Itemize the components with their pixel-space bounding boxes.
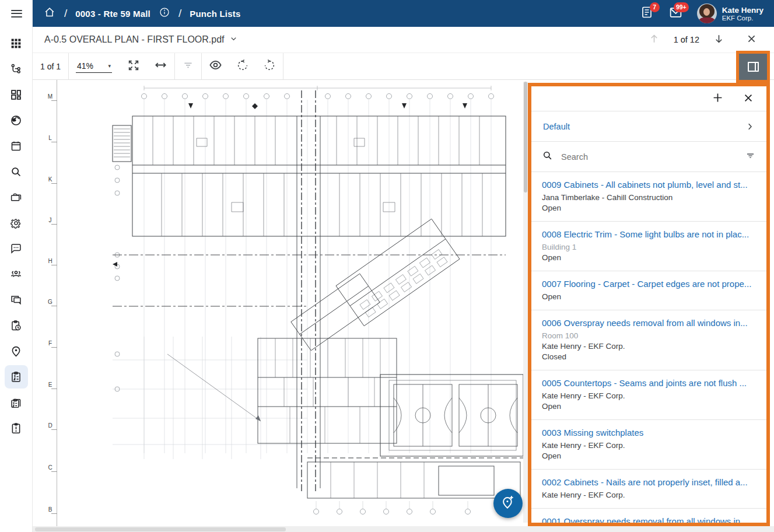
punch-item-title: 0001 Overspray needs removal from all wi…	[542, 516, 756, 526]
hamburger-menu-button[interactable]	[0, 0, 33, 27]
forum-icon	[10, 294, 22, 306]
filter-icon[interactable]	[745, 150, 756, 163]
punch-item-assignee: Jana Timberlake - Cahill Construction	[542, 192, 756, 203]
previous-document-button[interactable]	[646, 31, 662, 48]
sidebar-item-workflow[interactable]	[5, 57, 28, 80]
close-icon	[743, 93, 754, 105]
view-selector-default[interactable]: Default	[531, 111, 766, 141]
sidebar-item-apps[interactable]	[5, 32, 28, 55]
sidebar-item-schedule[interactable]	[5, 314, 28, 337]
search-icon	[10, 166, 22, 178]
sidebar-item-comments[interactable]	[5, 237, 28, 260]
rotate-clockwise-button[interactable]	[256, 59, 283, 74]
sidebar-item-documents[interactable]	[5, 186, 28, 209]
punch-item-0001[interactable]: 0001 Overspray needs removal from all wi…	[531, 509, 766, 526]
floor-plan-drawing	[57, 80, 523, 525]
grid-row-label: G	[45, 299, 55, 305]
apps-grid-icon	[10, 37, 22, 50]
punch-item-0002[interactable]: 0002 Cabinets - Nails are not properly i…	[531, 470, 766, 509]
vertical-scrollbar-thumb[interactable]	[524, 82, 527, 192]
top-navigation-bar: / 0003 - Rte 59 Mall / Punch Lists 7 99+…	[33, 0, 774, 27]
mail-notifications-button[interactable]: 99+	[664, 2, 688, 25]
grid-row-label: D	[45, 422, 55, 429]
punch-item-0008[interactable]: 0008 Electric Trim - Some light bulbs ar…	[531, 222, 766, 271]
location-pin-icon	[10, 345, 22, 358]
breadcrumb-project[interactable]: 0003 - Rte 59 Mall	[75, 9, 150, 19]
punch-list-panel: Default 0009 Cabinets - All cabinets not…	[528, 83, 770, 526]
punch-item-status: Open	[542, 451, 756, 461]
calendar-icon	[10, 140, 22, 152]
add-punch-item-button[interactable]	[710, 90, 726, 107]
sidebar-item-punch-lists[interactable]	[5, 365, 28, 388]
add-punch-pin-fab[interactable]	[493, 489, 523, 518]
punch-item-title: 0003 Missing switchplates	[542, 427, 756, 439]
punch-item-0006[interactable]: 0006 Overspray needs removal from all wi…	[531, 310, 766, 370]
sidebar-item-web[interactable]	[5, 108, 28, 132]
fit-screen-button[interactable]	[120, 59, 147, 74]
user-name: Kate Henry	[722, 6, 764, 15]
mail-badge: 99+	[674, 2, 689, 12]
filter-markups-button[interactable]	[175, 59, 201, 74]
close-document-button[interactable]	[744, 32, 759, 48]
view-selector-label: Default	[543, 122, 570, 131]
arrow-up-icon	[649, 33, 660, 46]
sidebar-item-dashboard[interactable]	[5, 83, 28, 106]
project-info-button[interactable]	[159, 6, 170, 20]
fit-width-button[interactable]	[147, 58, 174, 74]
punch-item-0005[interactable]: 0005 Countertops - Seams and joints are …	[531, 370, 766, 420]
punch-item-assignee: Kate Henry - EKF Corp.	[542, 391, 756, 401]
punch-item-0007[interactable]: 0007 Flooring - Carpet - Carpet edges ar…	[531, 271, 766, 310]
next-document-button[interactable]	[711, 31, 727, 48]
hamburger-icon	[11, 8, 22, 19]
home-button[interactable]	[43, 6, 56, 21]
grid-row-label: L	[45, 135, 55, 141]
globe-icon	[10, 114, 22, 127]
rotate-counterclockwise-button[interactable]	[229, 59, 256, 74]
horizontal-scrollbar-thumb[interactable]	[35, 527, 286, 531]
sidebar-item-locations[interactable]	[5, 340, 28, 363]
horizontal-scrollbar[interactable]	[33, 526, 774, 532]
sidebar-item-forum[interactable]	[5, 288, 28, 312]
toggle-panel-button[interactable]	[739, 54, 767, 80]
grid-row-label: F	[45, 340, 55, 346]
home-icon	[43, 6, 56, 21]
punch-item-0009[interactable]: 0009 Cabinets - All cabinets not plumb, …	[531, 172, 766, 222]
plus-icon	[712, 92, 723, 105]
tasks-notifications-button[interactable]: 7	[635, 2, 659, 25]
punch-item-0003[interactable]: 0003 Missing switchplates Kate Henry - E…	[531, 420, 766, 470]
close-panel-button[interactable]	[741, 90, 756, 107]
search-input[interactable]	[560, 152, 738, 162]
punch-item-status: Closed	[542, 352, 756, 362]
side-panel-icon	[748, 62, 759, 72]
punch-list-stack-icon	[10, 397, 22, 409]
chevron-right-icon	[745, 122, 755, 131]
sidebar-item-people[interactable]	[5, 262, 28, 286]
user-company: EKF Corp.	[722, 15, 764, 22]
comment-icon	[10, 243, 22, 255]
breadcrumb-separator: /	[64, 7, 67, 20]
punch-list-icon	[10, 371, 22, 383]
sidebar-item-issues[interactable]	[5, 416, 28, 440]
user-menu[interactable]: Kate Henry EKF Corp.	[697, 4, 764, 23]
panel-toggle-highlight	[736, 51, 770, 83]
document-title-dropdown[interactable]: A-0.5 OVERALL PLAN - FIRST FLOOR.pdf	[44, 34, 238, 46]
punch-item-assignee: Kate Henry - EKF Corp.	[542, 341, 756, 352]
sidebar-item-calendar[interactable]	[5, 134, 28, 158]
vertical-scrollbar[interactable]	[523, 82, 528, 523]
filter-icon	[182, 59, 194, 74]
grid-row-label: C	[45, 464, 55, 471]
sidebar-item-punch-list-templates[interactable]	[5, 391, 28, 414]
grid-row-label: M	[45, 93, 55, 100]
eye-icon	[209, 58, 222, 74]
zoom-level-select[interactable]: 41% ▾	[76, 60, 112, 73]
punch-item-status: Open	[542, 401, 756, 412]
sidebar-item-settings[interactable]	[5, 211, 28, 235]
grid-row-label: K	[45, 176, 55, 183]
punch-search-row	[531, 142, 766, 172]
visibility-button[interactable]	[202, 58, 229, 74]
sidebar-item-search[interactable]	[5, 160, 28, 183]
clipboard-clock-icon	[10, 320, 22, 332]
settings-gear-icon	[10, 217, 22, 229]
breadcrumb-section[interactable]: Punch Lists	[190, 9, 240, 19]
punch-item-title: 0007 Flooring - Carpet - Carpet edges ar…	[542, 278, 756, 290]
